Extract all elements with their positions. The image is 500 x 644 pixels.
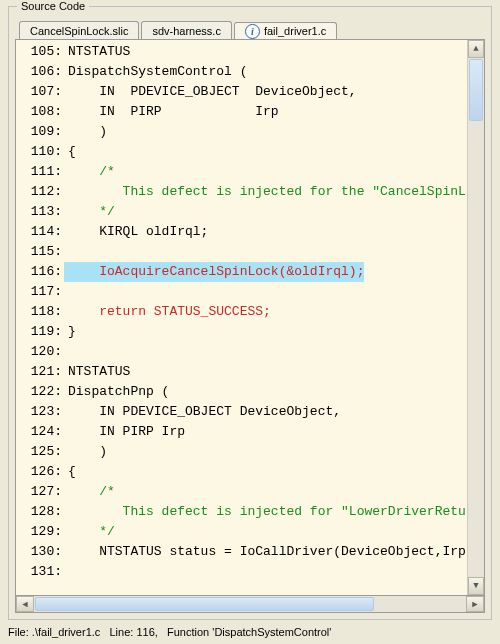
code-text: { [64, 462, 76, 482]
code-line[interactable]: 131 [16, 562, 467, 582]
code-line[interactable]: 124 IN PIRP Irp [16, 422, 467, 442]
line-number: 122 [16, 382, 64, 402]
line-number: 105 [16, 42, 64, 62]
tab-cancelspinlock[interactable]: CancelSpinLock.slic [19, 21, 139, 39]
code-line[interactable]: 123 IN PDEVICE_OBJECT DeviceObject, [16, 402, 467, 422]
code-line[interactable]: 109 ) [16, 122, 467, 142]
tab-strip: CancelSpinLock.slic sdv-harness.c i fail… [19, 17, 485, 39]
line-number: 129 [16, 522, 64, 542]
line-number: 106 [16, 62, 64, 82]
code-text: */ [64, 202, 115, 222]
code-line[interactable]: 127 /* [16, 482, 467, 502]
horizontal-scroll-track[interactable] [34, 596, 466, 612]
line-number: 120 [16, 342, 64, 362]
line-number: 113 [16, 202, 64, 222]
code-text: IN PDEVICE_OBJECT DeviceObject, [64, 82, 357, 102]
scroll-left-button[interactable]: ◄ [16, 596, 34, 612]
code-text: { [64, 142, 76, 162]
vertical-scroll-thumb[interactable] [469, 59, 483, 121]
panel-title: Source Code [17, 0, 89, 12]
code-text: IN PDEVICE_OBJECT DeviceObject, [64, 402, 341, 422]
code-text: IoAcquireCancelSpinLock(&oldIrql); [64, 262, 364, 282]
line-number: 117 [16, 282, 64, 302]
code-line[interactable]: 111 /* [16, 162, 467, 182]
status-bar: File: .\fail_driver1.c Line: 116, Functi… [0, 622, 500, 644]
tab-sdv-harness[interactable]: sdv-harness.c [141, 21, 231, 39]
code-line[interactable]: 130 NTSTATUS status = IoCallDriver(Devic… [16, 542, 467, 562]
tab-fail-driver1[interactable]: i fail_driver1.c [234, 22, 337, 40]
vertical-scrollbar[interactable]: ▲ ▼ [467, 40, 484, 595]
code-text: ) [64, 122, 107, 142]
code-text: DispatchPnp ( [64, 382, 169, 402]
line-number: 126 [16, 462, 64, 482]
line-number: 128 [16, 502, 64, 522]
code-text: /* [64, 162, 115, 182]
code-line[interactable]: 108 IN PIRP Irp [16, 102, 467, 122]
code-line[interactable]: 129 */ [16, 522, 467, 542]
code-line[interactable]: 119} [16, 322, 467, 342]
code-text: This defect is injected for "LowerDriver… [64, 502, 466, 522]
line-number: 121 [16, 362, 64, 382]
code-line[interactable]: 115 [16, 242, 467, 262]
code-line[interactable]: 113 */ [16, 202, 467, 222]
line-number: 118 [16, 302, 64, 322]
code-text: NTSTATUS [64, 42, 130, 62]
horizontal-scrollbar[interactable]: ◄ ► [15, 596, 485, 613]
code-line[interactable]: 121NTSTATUS [16, 362, 467, 382]
code-line[interactable]: 112 This defect is injected for the "Can… [16, 182, 467, 202]
scroll-right-button[interactable]: ► [466, 596, 484, 612]
code-text: } [64, 322, 76, 342]
line-number: 123 [16, 402, 64, 422]
line-number: 125 [16, 442, 64, 462]
code-text: DispatchSystemControl ( [64, 62, 247, 82]
line-number: 109 [16, 122, 64, 142]
code-text: ) [64, 442, 107, 462]
line-number: 111 [16, 162, 64, 182]
line-number: 124 [16, 422, 64, 442]
code-text: return STATUS_SUCCESS; [64, 302, 271, 322]
line-number: 131 [16, 562, 64, 582]
vertical-scroll-track[interactable] [468, 58, 484, 577]
code-line[interactable]: 126{ [16, 462, 467, 482]
code-text: IN PIRP Irp [64, 102, 279, 122]
code-text: NTSTATUS [64, 362, 130, 382]
line-number: 130 [16, 542, 64, 562]
code-line[interactable]: 107 IN PDEVICE_OBJECT DeviceObject, [16, 82, 467, 102]
line-number: 127 [16, 482, 64, 502]
code-line[interactable]: 117 [16, 282, 467, 302]
code-line[interactable]: 110{ [16, 142, 467, 162]
info-icon: i [245, 24, 260, 39]
scroll-down-button[interactable]: ▼ [468, 577, 484, 595]
code-line[interactable]: 116 IoAcquireCancelSpinLock(&oldIrql); [16, 262, 467, 282]
code-line[interactable]: 125 ) [16, 442, 467, 462]
code-text: */ [64, 522, 115, 542]
line-number: 110 [16, 142, 64, 162]
scroll-up-button[interactable]: ▲ [468, 40, 484, 58]
code-text: This defect is injected for the "CancelS… [64, 182, 466, 202]
line-number: 108 [16, 102, 64, 122]
code-line[interactable]: 106DispatchSystemControl ( [16, 62, 467, 82]
code-line[interactable]: 118 return STATUS_SUCCESS; [16, 302, 467, 322]
code-line[interactable]: 114 KIRQL oldIrql; [16, 222, 467, 242]
horizontal-scroll-thumb[interactable] [35, 597, 374, 611]
line-number: 115 [16, 242, 64, 262]
code-text: IN PIRP Irp [64, 422, 185, 442]
code-text: NTSTATUS status = IoCallDriver(DeviceObj… [64, 542, 466, 562]
line-number: 107 [16, 82, 64, 102]
code-line[interactable]: 120 [16, 342, 467, 362]
line-number: 119 [16, 322, 64, 342]
code-line[interactable]: 105NTSTATUS [16, 42, 467, 62]
source-viewer: 105NTSTATUS106DispatchSystemControl (107… [15, 39, 485, 596]
code-text: KIRQL oldIrql; [64, 222, 208, 242]
code-line[interactable]: 128 This defect is injected for "LowerDr… [16, 502, 467, 522]
line-number: 112 [16, 182, 64, 202]
code-line[interactable]: 122DispatchPnp ( [16, 382, 467, 402]
line-number: 114 [16, 222, 64, 242]
code-text: /* [64, 482, 115, 502]
line-number: 116 [16, 262, 64, 282]
